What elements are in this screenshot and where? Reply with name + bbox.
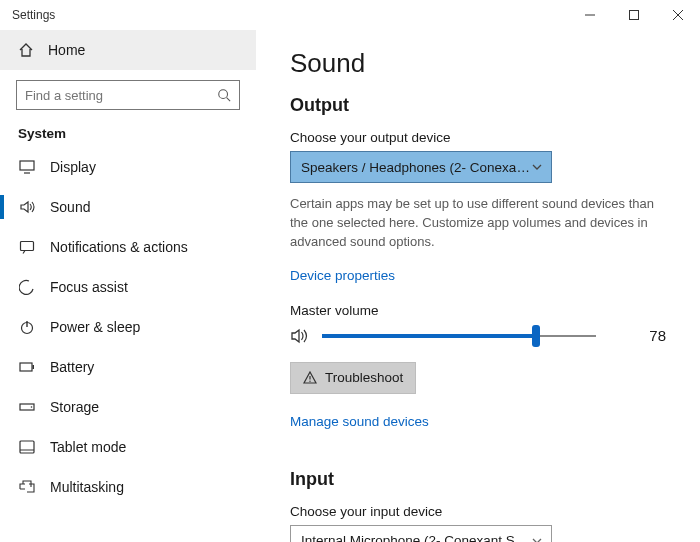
warning-icon <box>303 371 317 385</box>
search-icon <box>217 88 231 102</box>
slider-thumb[interactable] <box>532 325 540 347</box>
maximize-button[interactable] <box>612 0 656 30</box>
input-device-select[interactable]: Internal Microphone (2- Conexant S... <box>290 525 552 542</box>
input-device-value: Internal Microphone (2- Conexant S... <box>301 533 526 542</box>
sidebar-item-label: Multitasking <box>50 479 124 495</box>
svg-point-1 <box>219 90 228 99</box>
home-icon <box>18 42 34 58</box>
svg-rect-6 <box>33 365 35 369</box>
output-device-value: Speakers / Headphones (2- Conexan... <box>301 160 531 175</box>
titlebar: Settings <box>0 0 700 30</box>
sidebar-item-label: Tablet mode <box>50 439 126 455</box>
sidebar-home-label: Home <box>48 42 85 58</box>
sidebar-section: System <box>0 118 256 147</box>
sidebar-item-label: Sound <box>50 199 90 215</box>
sidebar-item-label: Battery <box>50 359 94 375</box>
output-heading: Output <box>290 95 670 116</box>
output-device-label: Choose your output device <box>290 130 670 145</box>
sidebar-item-sound[interactable]: Sound <box>0 187 256 227</box>
power-icon <box>18 319 36 335</box>
sidebar-item-label: Display <box>50 159 96 175</box>
sidebar-item-label: Focus assist <box>50 279 128 295</box>
sound-icon <box>18 200 36 214</box>
master-volume-label: Master volume <box>290 303 670 318</box>
sidebar-item-label: Storage <box>50 399 99 415</box>
sidebar-item-focus-assist[interactable]: Focus assist <box>0 267 256 307</box>
page-title: Sound <box>290 48 670 79</box>
input-heading: Input <box>290 469 670 490</box>
troubleshoot-button[interactable]: Troubleshoot <box>290 362 416 394</box>
sidebar-item-power-sleep[interactable]: Power & sleep <box>0 307 256 347</box>
master-volume-slider[interactable] <box>322 324 596 348</box>
output-hint: Certain apps may be set up to use differ… <box>290 195 670 252</box>
svg-rect-5 <box>20 363 32 371</box>
tablet-icon <box>18 440 36 454</box>
sidebar-nav: Display Sound Notifications & actions <box>0 147 256 542</box>
sidebar: Home System Display <box>0 30 256 542</box>
search-field[interactable] <box>25 88 217 103</box>
svg-rect-3 <box>21 242 34 251</box>
chevron-down-icon <box>531 535 543 542</box>
search-input[interactable] <box>16 80 240 110</box>
sidebar-item-label: Power & sleep <box>50 319 140 335</box>
svg-rect-0 <box>630 11 639 20</box>
output-device-select[interactable]: Speakers / Headphones (2- Conexan... <box>290 151 552 183</box>
svg-point-10 <box>309 380 310 381</box>
chevron-down-icon <box>531 161 543 173</box>
battery-icon <box>18 361 36 373</box>
svg-rect-2 <box>20 161 34 170</box>
input-device-label: Choose your input device <box>290 504 670 519</box>
close-button[interactable] <box>656 0 700 30</box>
focus-assist-icon <box>18 279 36 295</box>
svg-rect-9 <box>20 441 34 453</box>
main-content: Sound Output Choose your output device S… <box>256 30 700 542</box>
sidebar-home[interactable]: Home <box>0 30 256 70</box>
display-icon <box>18 160 36 174</box>
sidebar-item-display[interactable]: Display <box>0 147 256 187</box>
sidebar-item-label: Notifications & actions <box>50 239 188 255</box>
multitasking-icon <box>18 480 36 494</box>
master-volume-value: 78 <box>649 327 670 344</box>
manage-sound-devices-link[interactable]: Manage sound devices <box>290 414 429 429</box>
sidebar-item-battery[interactable]: Battery <box>0 347 256 387</box>
sidebar-item-notifications[interactable]: Notifications & actions <box>0 227 256 267</box>
window-title: Settings <box>12 8 55 22</box>
sidebar-item-storage[interactable]: Storage <box>0 387 256 427</box>
sidebar-item-tablet-mode[interactable]: Tablet mode <box>0 427 256 467</box>
troubleshoot-label: Troubleshoot <box>325 370 403 385</box>
volume-icon[interactable] <box>290 327 310 345</box>
storage-icon <box>18 401 36 413</box>
device-properties-link[interactable]: Device properties <box>290 268 395 283</box>
svg-point-8 <box>31 406 33 408</box>
minimize-button[interactable] <box>568 0 612 30</box>
sidebar-item-multitasking[interactable]: Multitasking <box>0 467 256 507</box>
notifications-icon <box>18 240 36 254</box>
